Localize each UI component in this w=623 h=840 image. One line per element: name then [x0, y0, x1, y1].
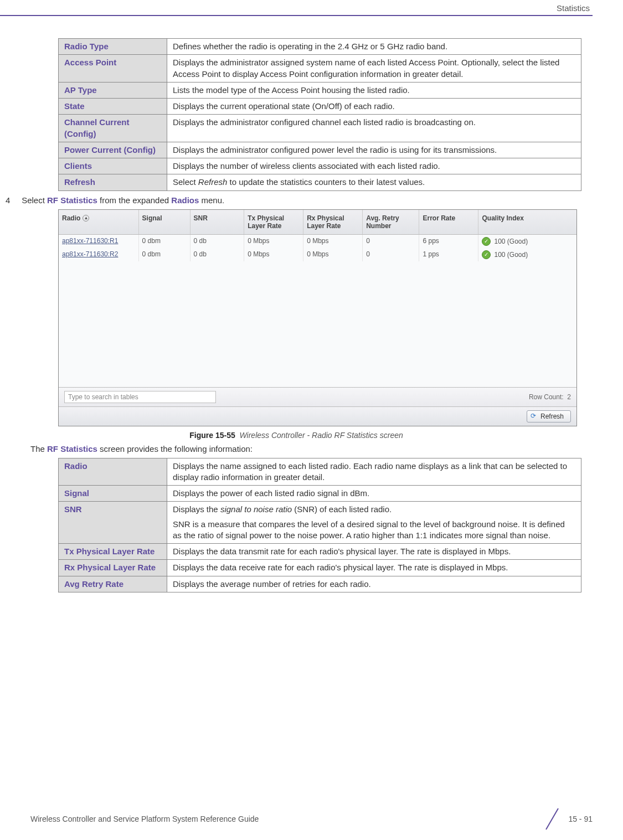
- radio-link[interactable]: ap81xx-711630:R1: [62, 237, 118, 245]
- table-row: AP TypeLists the model type of the Acces…: [59, 82, 581, 98]
- term-cell: Radio Type: [59, 39, 167, 55]
- page-footer: Wireless Controller and Service Platform…: [30, 809, 593, 829]
- cell-err: 6 pps: [419, 235, 478, 248]
- screenshot-table-body: ap81xx-711630:R1 0 dbm 0 db 0 Mbps 0 Mbp…: [59, 235, 576, 387]
- cell-err: 1 pps: [419, 248, 478, 261]
- table-row: ClientsDisplays the number of wireless c…: [59, 158, 581, 174]
- desc-cell: Displays the name assigned to each liste…: [167, 458, 581, 486]
- cell-qi: ✓100 (Good): [478, 235, 576, 248]
- term-cell: Clients: [59, 158, 167, 174]
- desc-cell: Lists the model type of the Access Point…: [167, 82, 581, 98]
- screenshot-footer-actions: ⟳ Refresh: [59, 406, 576, 426]
- table-row: Tx Physical Layer RateDisplays the data …: [59, 544, 581, 560]
- table-row: Refresh Select Refresh to update the sta…: [59, 174, 581, 190]
- col-header-radio[interactable]: Radio▲: [59, 210, 139, 234]
- slash-icon: [542, 809, 562, 829]
- cell-rx: 0 Mbps: [303, 248, 363, 261]
- term-cell: Tx Physical Layer Rate: [59, 544, 167, 560]
- desc-cell: Displays the administrator configured po…: [167, 142, 581, 158]
- table-row: Radio TypeDefines whether the radio is o…: [59, 39, 581, 55]
- check-icon: ✓: [482, 250, 491, 259]
- cell-rx: 0 Mbps: [303, 235, 363, 248]
- table-row: SNR Displays the signal to noise ratio (…: [59, 502, 581, 544]
- term-cell: State: [59, 99, 167, 115]
- table-row: Power Current (Config)Displays the admin…: [59, 142, 581, 158]
- radio-link[interactable]: ap81xx-711630:R2: [62, 250, 118, 258]
- col-header-err[interactable]: Error Rate: [419, 210, 478, 234]
- header-divider: [0, 15, 593, 16]
- footer-left: Wireless Controller and Service Platform…: [30, 815, 259, 823]
- step-4: 4 Select RF Statistics from the expanded…: [6, 195, 593, 205]
- rf-statistics-screenshot: Radio▲ Signal SNR Tx Physical Layer Rate…: [58, 209, 577, 426]
- table-row: ap81xx-711630:R1 0 dbm 0 db 0 Mbps 0 Mbp…: [59, 235, 576, 248]
- col-header-avg[interactable]: Avg. Retry Number: [363, 210, 419, 234]
- cell-qi: ✓100 (Good): [478, 248, 576, 261]
- term-cell: Signal: [59, 486, 167, 502]
- screenshot-table-header: Radio▲ Signal SNR Tx Physical Layer Rate…: [59, 210, 576, 235]
- cell-tx: 0 Mbps: [244, 248, 303, 261]
- definitions-table-2: RadioDisplays the name assigned to each …: [58, 458, 581, 592]
- term-cell: Radio: [59, 458, 167, 486]
- cell-avg: 0: [363, 248, 419, 261]
- term-cell: Access Point: [59, 55, 167, 83]
- figure-caption: Figure 15-55 Wireless Controller - Radio…: [0, 431, 593, 440]
- desc-cell: Displays the data receive rate for each …: [167, 560, 581, 576]
- refresh-button[interactable]: ⟳ Refresh: [527, 410, 571, 422]
- term-cell: Refresh: [59, 174, 167, 190]
- desc-cell: Displays the current operational state (…: [167, 99, 581, 115]
- desc-cell: Displays the average number of retries f…: [167, 576, 581, 592]
- desc-cell: Select Refresh to update the statistics …: [167, 174, 581, 190]
- col-header-rx[interactable]: Rx Physical Layer Rate: [303, 210, 363, 234]
- table-row: Channel Current (Config)Displays the adm…: [59, 115, 581, 142]
- desc-cell: Displays the data transmit rate for each…: [167, 544, 581, 560]
- table-row: Avg Retry RateDisplays the average numbe…: [59, 576, 581, 592]
- cell-tx: 0 Mbps: [244, 235, 303, 248]
- search-input[interactable]: [64, 391, 216, 403]
- term-cell: Avg Retry Rate: [59, 576, 167, 592]
- term-cell: AP Type: [59, 82, 167, 98]
- sort-asc-icon[interactable]: ▲: [83, 215, 89, 221]
- col-header-tx[interactable]: Tx Physical Layer Rate: [244, 210, 303, 234]
- page-number: 15 - 91: [568, 815, 593, 823]
- table-row: Access PointDisplays the administrator a…: [59, 55, 581, 83]
- term-cell: Rx Physical Layer Rate: [59, 560, 167, 576]
- desc-cell: Displays the power of each listed radio …: [167, 486, 581, 502]
- screenshot-footer-search: Row Count: 2: [59, 387, 576, 406]
- col-header-qi[interactable]: Quality Index: [478, 210, 576, 234]
- desc-cell: Displays the number of wireless clients …: [167, 158, 581, 174]
- cell-snr: 0 db: [190, 248, 245, 261]
- paragraph: The RF Statistics screen provides the fo…: [30, 444, 593, 454]
- desc-cell: Displays the signal to noise ratio (SNR)…: [167, 502, 581, 544]
- cell-signal: 0 dbm: [139, 235, 190, 248]
- cell-signal: 0 dbm: [139, 248, 190, 261]
- refresh-icon: ⟳: [531, 413, 538, 420]
- table-row: ap81xx-711630:R2 0 dbm 0 db 0 Mbps 0 Mbp…: [59, 248, 576, 261]
- table-row: SignalDisplays the power of each listed …: [59, 486, 581, 502]
- cell-avg: 0: [363, 235, 419, 248]
- col-header-snr[interactable]: SNR: [190, 210, 245, 234]
- term-cell: Power Current (Config): [59, 142, 167, 158]
- term-cell: Channel Current (Config): [59, 115, 167, 142]
- definitions-table-1: Radio TypeDefines whether the radio is o…: [58, 38, 581, 191]
- desc-cell: Displays the administrator configured ch…: [167, 115, 581, 142]
- table-row: RadioDisplays the name assigned to each …: [59, 458, 581, 486]
- term-cell: SNR: [59, 502, 167, 544]
- table-row: StateDisplays the current operational st…: [59, 99, 581, 115]
- check-icon: ✓: [482, 237, 491, 246]
- table-row: Rx Physical Layer RateDisplays the data …: [59, 560, 581, 576]
- cell-snr: 0 db: [190, 235, 245, 248]
- desc-cell: Defines whether the radio is operating i…: [167, 39, 581, 55]
- col-header-signal[interactable]: Signal: [139, 210, 190, 234]
- row-count: Row Count: 2: [529, 393, 571, 401]
- header-section: Statistics: [0, 0, 593, 15]
- desc-cell: Displays the administrator assigned syst…: [167, 55, 581, 83]
